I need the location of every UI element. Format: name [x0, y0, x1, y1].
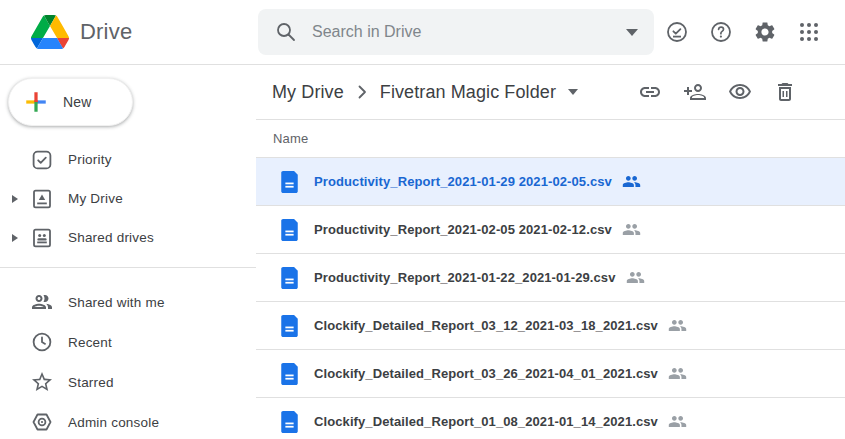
search-input[interactable] [312, 23, 626, 41]
csv-file-icon [280, 363, 299, 385]
sidebar-nav-primary: Priority My Drive [0, 140, 256, 257]
sidebar-nav-secondary: Shared with me Recent Starred [0, 282, 256, 439]
sidebar: New Priority [0, 65, 256, 439]
column-header-name[interactable]: Name [273, 131, 308, 146]
csv-file-icon [280, 267, 299, 289]
sidebar-item-admin-console[interactable]: Admin console [0, 402, 256, 439]
sidebar-item-label: Starred [68, 375, 114, 390]
file-name: Clockify_Detailed_Report_03_12_2021-03_1… [314, 318, 658, 333]
shared-people-icon [622, 172, 641, 191]
sidebar-item-label: Shared drives [68, 230, 154, 245]
expander-icon[interactable] [7, 195, 23, 203]
eye-icon [728, 80, 752, 104]
sidebar-item-label: Shared with me [68, 295, 165, 310]
file-row[interactable]: Productivity_Report_2021-02-05 2021-02-1… [256, 206, 845, 254]
file-row[interactable]: Productivity_Report_2021-01-29 2021-02-0… [256, 158, 845, 206]
delete-button[interactable] [762, 72, 807, 112]
share-button[interactable] [672, 72, 717, 112]
plus-multicolor-icon [23, 89, 49, 115]
preview-button[interactable] [717, 72, 762, 112]
chevron-right-icon [350, 80, 374, 104]
drive-logo-icon [30, 15, 70, 49]
sidebar-item-shared-with-me[interactable]: Shared with me [0, 282, 256, 322]
sidebar-item-label: Admin console [68, 415, 159, 430]
file-name: Clockify_Detailed_Report_01_08_2021-01_1… [314, 414, 658, 429]
shared-people-icon [668, 364, 687, 383]
trash-icon [773, 80, 797, 104]
sidebar-item-label: Recent [68, 335, 112, 350]
csv-file-icon [280, 411, 299, 433]
csv-file-icon [280, 171, 299, 193]
shared-with-me-icon [30, 290, 54, 314]
file-row[interactable]: Clockify_Detailed_Report_03_12_2021-03_1… [256, 302, 845, 350]
file-row[interactable]: Clockify_Detailed_Report_01_08_2021-01_1… [256, 398, 845, 439]
new-button[interactable]: New [8, 78, 133, 126]
offline-check-icon [665, 20, 689, 44]
apps-grid-icon [797, 20, 821, 44]
admin-console-icon [30, 410, 54, 434]
file-row[interactable]: Productivity_Report_2021-01-22_2021-01-2… [256, 254, 845, 302]
file-name: Productivity_Report_2021-02-05 2021-02-1… [314, 222, 612, 237]
topbar-icons [655, 10, 845, 54]
offline-status-button[interactable] [655, 10, 699, 54]
search-options-caret-icon[interactable] [626, 29, 638, 36]
top-bar: Drive [0, 0, 845, 65]
sidebar-item-recent[interactable]: Recent [0, 322, 256, 362]
search-bar[interactable] [258, 9, 654, 55]
file-name: Productivity_Report_2021-01-22_2021-01-2… [314, 270, 616, 285]
drive-logo-home-link[interactable]: Drive [0, 15, 256, 49]
sidebar-item-label: My Drive [68, 191, 123, 206]
file-name: Clockify_Detailed_Report_03_26_2021-04_0… [314, 366, 658, 381]
sidebar-item-shared-drives[interactable]: Shared drives [0, 218, 256, 257]
app-name: Drive [80, 19, 132, 45]
file-name: Productivity_Report_2021-01-29 2021-02-0… [314, 174, 612, 189]
file-table-header[interactable]: Name [256, 120, 845, 158]
breadcrumb-bar: My Drive Fivetran Magic Folder [256, 65, 845, 120]
link-icon [638, 80, 662, 104]
breadcrumb-my-drive[interactable]: My Drive [272, 82, 344, 103]
shared-people-icon [622, 220, 641, 239]
google-apps-button[interactable] [787, 10, 831, 54]
file-list: Productivity_Report_2021-01-29 2021-02-0… [256, 158, 845, 439]
folder-action-icons [627, 72, 829, 112]
new-button-label: New [63, 94, 92, 110]
sidebar-item-label: Priority [68, 152, 112, 167]
shared-people-icon [668, 412, 687, 431]
shared-people-icon [626, 268, 645, 287]
folder-menu-caret-icon[interactable] [568, 89, 578, 95]
shared-drives-icon [30, 226, 54, 250]
google-drive-app: Drive [0, 0, 845, 439]
star-icon [30, 370, 54, 394]
my-drive-icon [30, 187, 54, 211]
breadcrumb-current-folder[interactable]: Fivetran Magic Folder [380, 82, 556, 103]
get-link-button[interactable] [627, 72, 672, 112]
clock-icon [30, 330, 54, 354]
sidebar-item-my-drive[interactable]: My Drive [0, 179, 256, 218]
gear-icon [753, 20, 777, 44]
expander-icon[interactable] [7, 234, 23, 242]
file-row[interactable]: Clockify_Detailed_Report_03_26_2021-04_0… [256, 350, 845, 398]
sidebar-divider [0, 267, 256, 268]
person-add-icon [683, 80, 707, 104]
csv-file-icon [280, 315, 299, 337]
help-button[interactable] [699, 10, 743, 54]
priority-icon [30, 148, 54, 172]
sidebar-item-starred[interactable]: Starred [0, 362, 256, 402]
shared-people-icon [668, 316, 687, 335]
main-content: My Drive Fivetran Magic Folder [256, 65, 845, 439]
csv-file-icon [280, 219, 299, 241]
settings-button[interactable] [743, 10, 787, 54]
help-icon [709, 20, 733, 44]
search-icon[interactable] [274, 20, 298, 44]
sidebar-item-priority[interactable]: Priority [0, 140, 256, 179]
